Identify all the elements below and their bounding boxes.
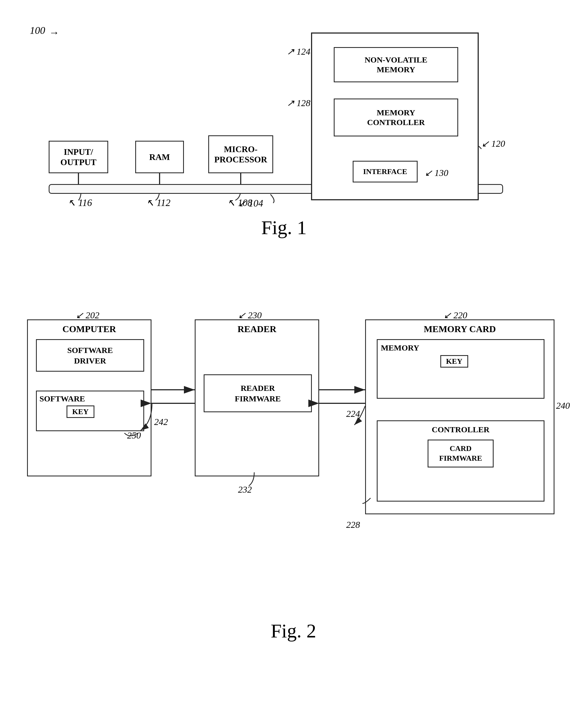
memory-card2-title: MEMORY CARD (366, 324, 554, 334)
micro-label: MICRO-PROCESSOR (214, 144, 267, 165)
ram-label: RAM (149, 152, 170, 162)
ref-228: 228 (346, 520, 360, 530)
software-label: SOFTWARE (40, 394, 141, 403)
computer-title: COMPUTER (28, 324, 151, 334)
card-firmware-box: CARDFIRMWARE (427, 440, 494, 467)
reader-box: READER READERFIRMWARE (195, 319, 319, 476)
card-firmware-label: CARDFIRMWARE (439, 444, 482, 462)
interface-box: INTERFACE (353, 161, 418, 182)
ref-250: 250 (127, 431, 141, 441)
fig2-container: COMPUTER SOFTWAREDRIVER SOFTWARE KEY REA… (16, 298, 571, 671)
ref-128: ↗ 128 (287, 97, 311, 108)
nvm-label: NON-VOLATILEMEMORY (364, 55, 427, 75)
memory-label: MEMORY (381, 343, 540, 353)
ref-112: ↖ 112 (146, 197, 170, 208)
nvm-box: NON-VOLATILEMEMORY (334, 47, 458, 82)
reader-firmware-label: READERFIRMWARE (235, 383, 281, 404)
fig2-caption: Fig. 2 (16, 620, 571, 642)
ref-124: ↗ 124 (287, 46, 311, 57)
controller-box: CONTROLLER CARDFIRMWARE (377, 420, 544, 502)
controller-label: CONTROLLER (432, 425, 489, 434)
ref-240: 240 (556, 401, 570, 411)
interface-label: INTERFACE (363, 167, 407, 176)
mc-box: MEMORYCONTROLLER (334, 99, 458, 136)
computer-box: COMPUTER SOFTWAREDRIVER SOFTWARE KEY (27, 319, 151, 476)
page: 100 → (0, 0, 588, 720)
ref-116: ↖ 116 (68, 197, 92, 208)
memory-card-box: NON-VOLATILEMEMORY MEMORYCONTROLLER INTE… (311, 33, 479, 200)
ref-104: ↙ 104 (238, 198, 263, 209)
micro-box: MICRO-PROCESSOR (208, 135, 273, 173)
ref-230: ↙ 230 (238, 309, 262, 320)
key-box-1: KEY (66, 405, 94, 418)
mc-label: MEMORYCONTROLLER (367, 108, 425, 127)
ref-224: 224 (346, 409, 360, 419)
ref-232: 232 (238, 484, 252, 495)
io-label: INPUT/OUTPUT (60, 147, 96, 167)
key-box-2: KEY (440, 355, 468, 367)
ref-202: ↙ 202 (76, 309, 100, 320)
fig1-container: 100 → (27, 16, 541, 260)
ref-220: ↙ 220 (444, 309, 467, 320)
memory-inner-box: MEMORY KEY (377, 339, 544, 399)
memory-card2-box: MEMORY CARD MEMORY KEY CONTROLLER CARDFI… (365, 319, 554, 514)
ref-242: 242 (154, 417, 168, 427)
io-box: INPUT/OUTPUT (49, 141, 108, 173)
ref-130: ↙ 130 (425, 167, 448, 178)
software-key-box: SOFTWARE KEY (36, 391, 144, 431)
reader-title: READER (195, 324, 318, 334)
ram-box: RAM (135, 141, 184, 173)
fig1-caption: Fig. 1 (27, 217, 541, 239)
software-driver-label: SOFTWAREDRIVER (67, 345, 113, 366)
ref-100-label: 100 (30, 24, 45, 36)
ref-120: ↙ 120 (481, 138, 505, 149)
software-driver-box: SOFTWAREDRIVER (36, 339, 144, 372)
reader-firmware-box: READERFIRMWARE (204, 374, 312, 412)
